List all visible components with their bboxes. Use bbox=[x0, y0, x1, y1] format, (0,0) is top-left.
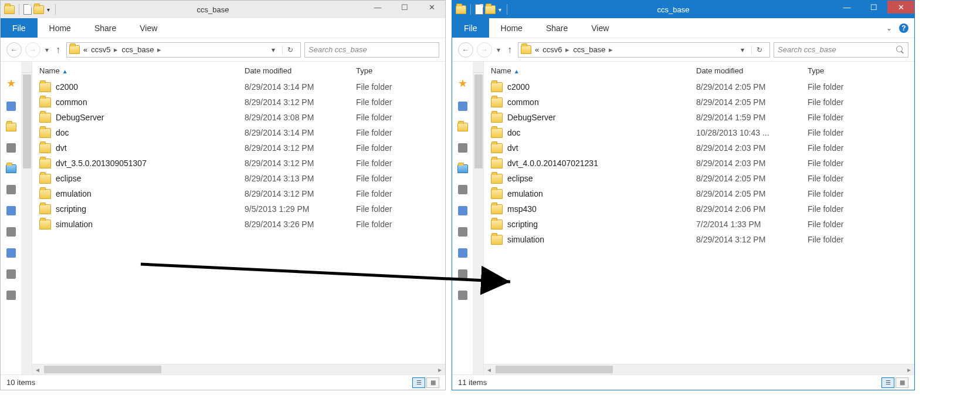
nav-item-icon[interactable] bbox=[6, 291, 16, 300]
nav-item-icon[interactable] bbox=[458, 291, 467, 300]
details-view-button[interactable]: ☰ bbox=[881, 377, 894, 388]
file-row[interactable]: eclipse8/29/2014 3:13 PMFile folder bbox=[32, 171, 445, 186]
breadcrumb-box[interactable]: « ccsv6 ▸ ccs_base ▸ ▾ ↻ bbox=[518, 42, 770, 58]
computer-icon[interactable] bbox=[6, 269, 16, 279]
file-row[interactable]: simulation8/29/2014 3:26 PMFile folder bbox=[32, 217, 445, 232]
chevron-right-icon[interactable]: ▸ bbox=[114, 45, 118, 54]
scroll-left-icon[interactable]: ◂ bbox=[484, 365, 494, 374]
nav-pane[interactable]: ★ bbox=[452, 62, 473, 374]
scroll-right-icon[interactable]: ▸ bbox=[435, 365, 445, 374]
nav-item-icon[interactable] bbox=[6, 227, 16, 237]
view-tab[interactable]: View bbox=[128, 18, 169, 38]
file-row[interactable]: emulation8/29/2014 2:05 PMFile folder bbox=[484, 186, 914, 201]
horizontal-scrollbar[interactable]: ◂ ▸ bbox=[32, 364, 445, 374]
scroll-right-icon[interactable]: ▸ bbox=[904, 365, 914, 374]
history-dropdown-icon[interactable]: ▾ bbox=[44, 46, 50, 54]
home-tab[interactable]: Home bbox=[38, 18, 83, 38]
forward-button[interactable]: → bbox=[477, 42, 492, 58]
file-row[interactable]: scripting9/5/2013 1:29 PMFile folder bbox=[32, 201, 445, 217]
properties-icon[interactable] bbox=[23, 4, 32, 15]
file-row[interactable]: dvt_3.5.0.2013090513078/29/2014 3:12 PMF… bbox=[32, 156, 445, 171]
column-name[interactable]: Name▲ bbox=[484, 66, 689, 75]
folder-icon[interactable] bbox=[6, 123, 16, 131]
nav-pane[interactable]: ★ bbox=[1, 62, 22, 374]
close-button[interactable]: ✕ bbox=[418, 1, 445, 14]
address-dropdown-icon[interactable]: ▾ bbox=[268, 46, 279, 54]
chevron-right-icon[interactable]: ▸ bbox=[609, 45, 613, 54]
network-icon[interactable] bbox=[458, 248, 467, 258]
file-row[interactable]: eclipse8/29/2014 2:05 PMFile folder bbox=[484, 171, 914, 186]
file-row[interactable]: DebugServer8/29/2014 3:08 PMFile folder bbox=[32, 110, 445, 125]
file-row[interactable]: dvt_4.0.0.2014070212318/29/2014 2:03 PMF… bbox=[484, 156, 914, 171]
column-date-modified[interactable]: Date modified bbox=[238, 66, 349, 75]
network-icon[interactable] bbox=[6, 248, 16, 258]
file-row[interactable]: dvt8/29/2014 3:12 PMFile folder bbox=[32, 140, 445, 156]
share-tab[interactable]: Share bbox=[83, 18, 128, 38]
breadcrumb-current[interactable]: ccs_base bbox=[121, 45, 154, 54]
scroll-left-icon[interactable]: ◂ bbox=[32, 365, 43, 374]
nav-item-icon[interactable] bbox=[6, 102, 16, 111]
new-folder-icon[interactable] bbox=[485, 5, 496, 14]
file-row[interactable]: doc8/29/2014 3:14 PMFile folder bbox=[32, 125, 445, 140]
back-button[interactable]: ← bbox=[6, 42, 22, 58]
breadcrumb-parent[interactable]: ccsv6 bbox=[542, 45, 562, 54]
file-row[interactable]: DebugServer8/29/2014 1:59 PMFile folder bbox=[484, 110, 914, 125]
maximize-button[interactable]: ☐ bbox=[860, 1, 887, 14]
properties-icon[interactable] bbox=[475, 4, 483, 15]
history-dropdown-icon[interactable]: ▾ bbox=[496, 46, 501, 54]
maximize-button[interactable]: ☐ bbox=[391, 1, 418, 14]
icons-view-button[interactable]: ▦ bbox=[426, 377, 439, 388]
navpane-scrollbar[interactable] bbox=[22, 62, 32, 374]
file-row[interactable]: emulation8/29/2014 3:12 PMFile folder bbox=[32, 186, 445, 201]
details-view-button[interactable]: ☰ bbox=[412, 377, 425, 388]
nav-item-icon[interactable] bbox=[458, 206, 467, 215]
nav-item-icon[interactable] bbox=[458, 227, 467, 237]
file-row[interactable]: dvt8/29/2014 2:03 PMFile folder bbox=[484, 140, 914, 156]
column-headers[interactable]: Name▲ Date modified Type bbox=[484, 62, 914, 79]
search-input[interactable]: Search ccs_base bbox=[304, 42, 439, 58]
horizontal-scrollbar[interactable]: ◂ ▸ bbox=[484, 364, 914, 374]
help-icon[interactable]: ? bbox=[897, 18, 911, 38]
up-button[interactable]: ↑ bbox=[505, 45, 514, 55]
column-type[interactable]: Type bbox=[349, 66, 445, 75]
file-row[interactable]: simulation8/29/2014 3:12 PMFile folder bbox=[484, 232, 914, 247]
file-tab[interactable]: File bbox=[1, 18, 38, 38]
new-folder-icon[interactable] bbox=[33, 5, 44, 14]
file-row[interactable]: common8/29/2014 2:05 PMFile folder bbox=[484, 95, 914, 110]
home-tab[interactable]: Home bbox=[489, 18, 534, 38]
back-button[interactable]: ← bbox=[458, 42, 473, 58]
file-row[interactable]: doc10/28/2013 10:43 ...File folder bbox=[484, 125, 914, 140]
nav-item-icon[interactable] bbox=[458, 143, 467, 153]
chevron-right-icon[interactable]: ▸ bbox=[565, 45, 569, 54]
nav-item-icon[interactable] bbox=[458, 102, 467, 111]
nav-item-icon[interactable] bbox=[458, 185, 467, 194]
qat-dropdown-icon[interactable]: ▾ bbox=[46, 6, 51, 13]
folder-icon[interactable] bbox=[457, 123, 468, 131]
file-row[interactable]: msp4308/29/2014 2:06 PMFile folder bbox=[484, 201, 914, 217]
breadcrumb-parent[interactable]: ccsv5 bbox=[91, 45, 110, 54]
forward-button[interactable]: → bbox=[25, 42, 40, 58]
file-row[interactable]: c20008/29/2014 3:14 PMFile folder bbox=[32, 79, 445, 95]
ribbon-expand-icon[interactable]: ⌄ bbox=[881, 18, 897, 38]
libraries-icon[interactable] bbox=[6, 164, 16, 173]
nav-item-icon[interactable] bbox=[6, 206, 16, 215]
share-tab[interactable]: Share bbox=[534, 18, 579, 38]
file-tab[interactable]: File bbox=[452, 18, 489, 38]
refresh-button[interactable]: ↻ bbox=[282, 46, 298, 54]
search-input[interactable]: Search ccs_base bbox=[774, 42, 908, 58]
favorites-icon[interactable]: ★ bbox=[6, 77, 16, 90]
navpane-scrollbar[interactable] bbox=[473, 62, 484, 374]
breadcrumb-current[interactable]: ccs_base bbox=[573, 45, 605, 54]
libraries-icon[interactable] bbox=[457, 164, 468, 173]
titlebar[interactable]: ▾ ccs_base — ☐ ✕ bbox=[452, 1, 914, 18]
refresh-button[interactable]: ↻ bbox=[751, 46, 767, 54]
column-type[interactable]: Type bbox=[801, 66, 914, 75]
nav-item-icon[interactable] bbox=[6, 143, 16, 153]
close-button[interactable]: ✕ bbox=[887, 1, 914, 14]
view-tab[interactable]: View bbox=[579, 18, 620, 38]
column-name[interactable]: Name▲ bbox=[32, 66, 238, 75]
column-date-modified[interactable]: Date modified bbox=[689, 66, 801, 75]
column-headers[interactable]: Name▲ Date modified Type bbox=[32, 62, 445, 79]
breadcrumb-box[interactable]: « ccsv5 ▸ ccs_base ▸ ▾ ↻ bbox=[66, 42, 301, 58]
qat-dropdown-icon[interactable]: ▾ bbox=[497, 6, 503, 13]
